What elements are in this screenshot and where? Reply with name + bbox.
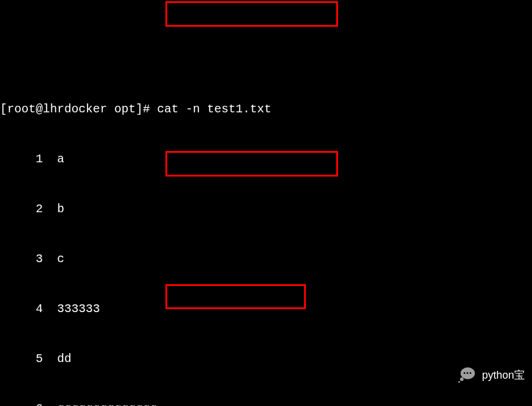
output-line: 4 333333 [0, 301, 532, 317]
prompt-text: [root@lhrdocker opt]# [0, 102, 157, 116]
output-line: 1 a [0, 151, 532, 168]
chat-bubble-icon [458, 367, 477, 383]
watermark: python宝 [458, 367, 525, 383]
output-line: 5 dd [0, 351, 532, 367]
highlight-box-1 [165, 1, 338, 27]
command-text: cat -n test1.txt [157, 102, 271, 116]
terminal-output[interactable]: [root@lhrdocker opt]# cat -n test1.txt 1… [0, 1, 532, 406]
watermark-text: python宝 [482, 367, 525, 383]
output-line: 3 c [0, 251, 532, 267]
output-line: 6 gggggggggggggg [0, 401, 532, 406]
output-line: 2 b [0, 201, 532, 218]
